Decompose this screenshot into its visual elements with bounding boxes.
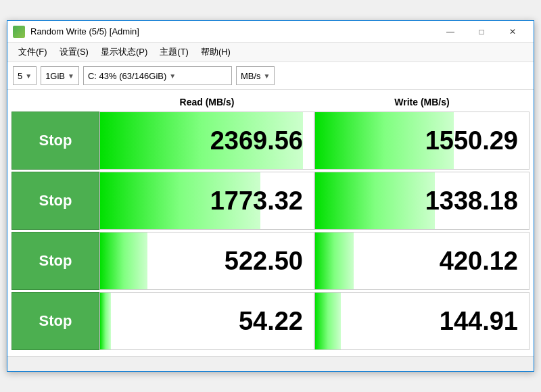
read-value-3: 522.50	[99, 232, 314, 290]
unit-value: MB/s	[241, 71, 261, 81]
menu-theme[interactable]: 主题(T)	[154, 44, 194, 60]
drive-select[interactable]: C: 43% (63/146GiB) ▼	[83, 66, 232, 85]
close-button[interactable]: ✕	[497, 24, 528, 40]
drive-value: C: 43% (63/146GiB)	[88, 71, 166, 81]
menu-display[interactable]: 显示状态(P)	[95, 44, 153, 60]
count-arrow: ▼	[25, 72, 32, 80]
read-value-1: 2369.56	[99, 112, 314, 170]
drive-arrow: ▼	[169, 72, 176, 80]
title-bar-left: Random Write (5/5) [Admin]	[13, 26, 139, 38]
app-icon	[13, 26, 25, 38]
size-select[interactable]: 1GiB ▼	[41, 66, 79, 85]
status-bar	[7, 356, 534, 371]
title-bar-controls: — □ ✕	[435, 24, 528, 40]
window-title: Random Write (5/5) [Admin]	[30, 26, 139, 36]
minimize-button[interactable]: —	[435, 24, 466, 40]
title-bar: Random Write (5/5) [Admin] — □ ✕	[7, 21, 534, 43]
maximize-button[interactable]: □	[466, 24, 497, 40]
size-value: 1GiB	[45, 71, 65, 81]
count-select[interactable]: 5 ▼	[13, 66, 37, 85]
write-value-2: 1338.18	[314, 172, 530, 230]
menu-settings[interactable]: 设置(S)	[54, 44, 94, 60]
menu-help[interactable]: 帮助(H)	[195, 44, 236, 60]
toolbar: 5 ▼ 1GiB ▼ C: 43% (63/146GiB) ▼ MB/s ▼	[7, 62, 534, 90]
read-value-4: 54.22	[99, 292, 314, 350]
stop-button-3[interactable]: Stop	[11, 232, 99, 290]
menu-file[interactable]: 文件(F)	[13, 44, 53, 60]
unit-select[interactable]: MB/s ▼	[236, 66, 275, 85]
header-row: Read (MB/s) Write (MB/s)	[11, 94, 530, 110]
main-window: Random Write (5/5) [Admin] — □ ✕ 文件(F) 设…	[7, 20, 534, 372]
stop-button-1[interactable]: Stop	[11, 112, 99, 170]
unit-arrow: ▼	[264, 72, 270, 80]
menu-bar: 文件(F) 设置(S) 显示状态(P) 主题(T) 帮助(H)	[7, 43, 534, 62]
header-write: Write (MB/s)	[314, 94, 530, 110]
write-value-1: 1550.29	[314, 112, 530, 170]
data-row-4: Stop 54.22 144.91	[11, 292, 530, 350]
header-read: Read (MB/s)	[99, 94, 314, 110]
read-value-2: 1773.32	[99, 172, 314, 230]
size-arrow: ▼	[68, 72, 74, 80]
header-col1	[11, 94, 99, 110]
count-value: 5	[18, 71, 22, 81]
data-row-1: Stop 2369.56 1550.29	[11, 112, 530, 170]
write-value-3: 420.12	[314, 232, 530, 290]
write-value-4: 144.91	[314, 292, 530, 350]
data-row-3: Stop 522.50 420.12	[11, 232, 530, 290]
stop-button-2[interactable]: Stop	[11, 172, 99, 230]
stop-button-4[interactable]: Stop	[11, 292, 99, 350]
main-content: Read (MB/s) Write (MB/s) Stop 2369.56 15…	[7, 90, 534, 356]
data-row-2: Stop 1773.32 1338.18	[11, 172, 530, 230]
